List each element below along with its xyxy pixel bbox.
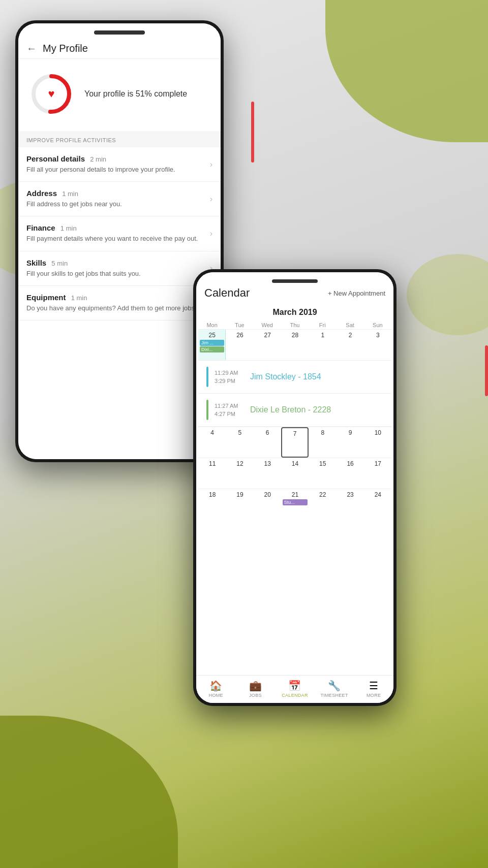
appointment-jim-time: 11:29 AM3:29 PM [215, 369, 250, 385]
nav-more-label: MORE [367, 693, 381, 698]
calendar-day-5[interactable]: 5 [226, 427, 253, 458]
appointment-jim[interactable]: 11:29 AM3:29 PM Jim Stockley - 1854 [198, 361, 391, 394]
day-number-8: 8 [310, 429, 335, 436]
day-number-22: 22 [310, 491, 335, 498]
calendar-day-4[interactable]: 4 [198, 427, 226, 458]
appointment-dixie[interactable]: 11:27 AM4:27 PM Dixie Le Breton - 2228 [198, 394, 391, 427]
skills-item[interactable]: Skills 5 min Fill your skills to get job… [18, 251, 221, 286]
calendar-day-24[interactable]: 24 [364, 489, 391, 520]
side-accent-1 [251, 102, 254, 163]
day-number-24: 24 [365, 491, 390, 498]
calendar-day-22[interactable]: 22 [309, 489, 336, 520]
phone1-screen-container: ← My Profile ♥ Your profile is 51% compl… [18, 23, 221, 459]
nav-more[interactable]: ☰ MORE [354, 680, 393, 698]
calendar-day-headers: Mon Tue Wed Thu Fri Sat Sun [196, 321, 393, 329]
finance-content: Finance 1 min Fill payment details where… [26, 223, 206, 243]
nav-jobs[interactable]: 💼 JOBS [236, 680, 276, 698]
day-header-mon: Mon [198, 321, 226, 329]
calendar-day-6[interactable]: 6 [254, 427, 281, 458]
event-dixi[interactable]: Dixi... [200, 346, 224, 352]
day-number-2: 2 [338, 332, 362, 339]
equipment-content: Equipment 1 min Do you have any equipmen… [26, 293, 212, 313]
calendar-header: Calendar + New Appointment [196, 272, 393, 305]
appointment-dixie-name: Dixie Le Breton - 2228 [250, 405, 331, 414]
bottom-navigation: 🏠 HOME 💼 JOBS 📅 CALENDAR 🔧 TIMESHEET ☰ [196, 675, 393, 703]
calendar-day-13[interactable]: 13 [254, 458, 281, 489]
calendar-day-23[interactable]: 23 [336, 489, 363, 520]
address-item[interactable]: Address 1 min Fill address to get jobs n… [18, 182, 221, 216]
calendar-day-3[interactable]: 3 [364, 330, 391, 360]
calendar-month: March 2019 [196, 305, 393, 321]
calendar-day-16[interactable]: 16 [336, 458, 363, 489]
day-number-11: 11 [200, 460, 225, 467]
more-icon: ☰ [369, 680, 378, 692]
calendar-day-28[interactable]: 28 [281, 330, 309, 360]
calendar-day-17[interactable]: 17 [364, 458, 391, 489]
calendar-day-2[interactable]: 2 [336, 330, 363, 360]
phone1-device: ← My Profile ♥ Your profile is 51% compl… [15, 20, 224, 462]
calendar-week-4: 18 19 20 21 Stu... 22 [198, 489, 391, 520]
address-title: Address 1 min [26, 189, 206, 198]
day-number-4: 4 [200, 429, 225, 436]
calendar-day-27[interactable]: 27 [254, 330, 281, 360]
day-number-5: 5 [227, 429, 252, 436]
calendar-day-14[interactable]: 14 [281, 458, 309, 489]
calendar-title: Calendar [204, 286, 250, 300]
calendar-day-10[interactable]: 10 [364, 427, 391, 458]
equipment-desc: Do you have any equipments? Add them to … [26, 304, 212, 313]
calendar-day-20[interactable]: 20 [254, 489, 281, 520]
personal-details-arrow-icon: › [210, 160, 212, 169]
address-content: Address 1 min Fill address to get jobs n… [26, 189, 206, 209]
finance-time: 1 min [60, 224, 77, 232]
nav-timesheet[interactable]: 🔧 TIMESHEET [315, 680, 354, 698]
equipment-item[interactable]: Equipment 1 min Do you have any equipmen… [18, 286, 221, 320]
calendar-day-18[interactable]: 18 [198, 489, 226, 520]
calendar-day-21[interactable]: 21 Stu... [281, 489, 309, 520]
day-number-12: 12 [227, 460, 252, 467]
bg-decoration-top-right [325, 0, 488, 142]
personal-details-content: Personal details 2 min Fill all your per… [26, 154, 206, 174]
event-stu[interactable]: Stu... [283, 499, 308, 505]
improve-header: IMPROVE PROFILE ACTIVITIES [18, 131, 221, 147]
calendar-week-3: 11 12 13 14 15 16 [198, 458, 391, 489]
calendar-day-25[interactable]: 25 Jim ... Dixi... [198, 330, 226, 360]
day-number-13: 13 [255, 460, 280, 467]
calendar-day-1[interactable]: 1 [309, 330, 336, 360]
personal-details-item[interactable]: Personal details 2 min Fill all your per… [18, 147, 221, 182]
completion-text: Your profile is 51% complete [84, 88, 187, 100]
day-number-14: 14 [283, 460, 308, 467]
nav-calendar-label: CALENDAR [282, 693, 308, 698]
completion-circle: ♥ [28, 71, 74, 117]
finance-arrow-icon: › [210, 229, 212, 238]
finance-item[interactable]: Finance 1 min Fill payment details where… [18, 216, 221, 251]
calendar-appointments: 11:29 AM3:29 PM Jim Stockley - 1854 11:2… [198, 360, 391, 427]
home-icon: 🏠 [209, 680, 222, 692]
nav-home-label: HOME [209, 693, 223, 698]
calendar-day-26[interactable]: 26 [226, 330, 253, 360]
calendar-day-11[interactable]: 11 [198, 458, 226, 489]
calendar-day-15[interactable]: 15 [309, 458, 336, 489]
day-number-19: 19 [227, 491, 252, 498]
calendar-day-19[interactable]: 19 [226, 489, 253, 520]
calendar-day-7[interactable]: 7 [281, 427, 309, 458]
phone2-screen-container: Calendar + New Appointment March 2019 Mo… [196, 272, 393, 703]
day-number-6: 6 [255, 429, 280, 436]
address-arrow-icon: › [210, 195, 212, 204]
appointment-jim-divider [206, 367, 208, 387]
calendar-week-2: 4 5 6 7 8 9 [198, 427, 391, 458]
nav-home[interactable]: 🏠 HOME [196, 680, 236, 698]
day-number-28: 28 [283, 332, 308, 339]
day-number-20: 20 [255, 491, 280, 498]
personal-details-time: 2 min [90, 155, 106, 163]
day-number-27: 27 [255, 332, 280, 339]
nav-calendar[interactable]: 📅 CALENDAR [275, 680, 315, 698]
event-jim[interactable]: Jim ... [200, 340, 224, 346]
appointment-dixie-divider [206, 400, 208, 420]
back-button[interactable]: ← [26, 43, 37, 54]
calendar-day-9[interactable]: 9 [336, 427, 363, 458]
calendar-day-8[interactable]: 8 [309, 427, 336, 458]
calendar-day-12[interactable]: 12 [226, 458, 253, 489]
day-number-21: 21 [283, 491, 308, 498]
new-appointment-button[interactable]: + New Appointment [328, 290, 385, 297]
appointment-jim-name: Jim Stockley - 1854 [250, 372, 321, 381]
